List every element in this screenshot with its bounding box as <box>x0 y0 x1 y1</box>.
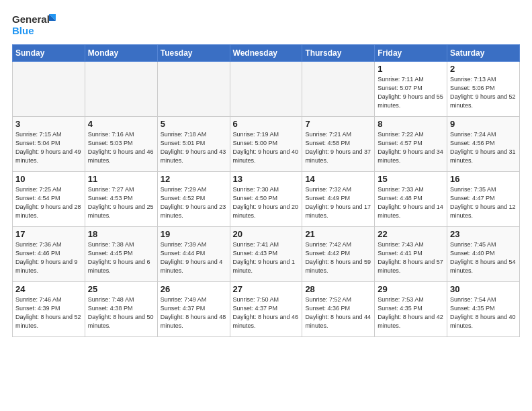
day-info: Sunrise: 7:48 AM Sunset: 4:38 PM Dayligh… <box>88 295 154 330</box>
svg-text:Blue: Blue <box>12 25 34 36</box>
calendar-cell: 7Sunrise: 7:21 AM Sunset: 4:58 PM Daylig… <box>302 117 375 172</box>
day-number: 9 <box>450 119 517 129</box>
day-info: Sunrise: 7:25 AM Sunset: 4:54 PM Dayligh… <box>15 185 82 220</box>
calendar-cell: 4Sunrise: 7:16 AM Sunset: 5:03 PM Daylig… <box>85 117 157 172</box>
calendar-cell: 27Sunrise: 7:50 AM Sunset: 4:37 PM Dayli… <box>230 282 302 337</box>
day-number: 19 <box>161 229 227 239</box>
calendar-cell: 15Sunrise: 7:33 AM Sunset: 4:48 PM Dayli… <box>375 172 447 227</box>
calendar-cell: 11Sunrise: 7:27 AM Sunset: 4:53 PM Dayli… <box>85 172 157 227</box>
calendar-header-thursday: Thursday <box>302 45 375 62</box>
calendar-cell: 16Sunrise: 7:35 AM Sunset: 4:47 PM Dayli… <box>447 172 520 227</box>
calendar-header-sunday: Sunday <box>13 45 85 62</box>
calendar-header-tuesday: Tuesday <box>157 45 230 62</box>
calendar-week-5: 24Sunrise: 7:46 AM Sunset: 4:39 PM Dayli… <box>13 282 520 337</box>
day-number: 5 <box>161 119 227 129</box>
day-number: 15 <box>378 174 444 184</box>
calendar-cell: 21Sunrise: 7:42 AM Sunset: 4:42 PM Dayli… <box>302 227 375 282</box>
day-info: Sunrise: 7:29 AM Sunset: 4:52 PM Dayligh… <box>161 185 227 220</box>
day-info: Sunrise: 7:30 AM Sunset: 4:50 PM Dayligh… <box>233 185 300 220</box>
day-info: Sunrise: 7:41 AM Sunset: 4:43 PM Dayligh… <box>233 240 300 275</box>
calendar-cell: 14Sunrise: 7:32 AM Sunset: 4:49 PM Dayli… <box>302 172 375 227</box>
calendar-cell: 29Sunrise: 7:53 AM Sunset: 4:35 PM Dayli… <box>375 282 447 337</box>
day-number: 30 <box>450 284 517 294</box>
day-info: Sunrise: 7:27 AM Sunset: 4:53 PM Dayligh… <box>88 185 154 220</box>
calendar-week-1: 1Sunrise: 7:11 AM Sunset: 5:07 PM Daylig… <box>13 62 520 117</box>
calendar-cell: 24Sunrise: 7:46 AM Sunset: 4:39 PM Dayli… <box>13 282 85 337</box>
logo-svg: GeneralBlue <box>12 11 59 39</box>
calendar-week-2: 3Sunrise: 7:15 AM Sunset: 5:04 PM Daylig… <box>13 117 520 172</box>
calendar-cell: 8Sunrise: 7:22 AM Sunset: 4:57 PM Daylig… <box>375 117 447 172</box>
day-info: Sunrise: 7:33 AM Sunset: 4:48 PM Dayligh… <box>378 185 444 220</box>
day-number: 17 <box>15 229 82 239</box>
day-number: 21 <box>305 229 371 239</box>
day-number: 18 <box>88 229 154 239</box>
calendar-cell: 28Sunrise: 7:52 AM Sunset: 4:36 PM Dayli… <box>302 282 375 337</box>
calendar-cell: 20Sunrise: 7:41 AM Sunset: 4:43 PM Dayli… <box>230 227 302 282</box>
day-number: 23 <box>450 229 517 239</box>
day-number: 2 <box>450 64 517 74</box>
calendar-cell: 10Sunrise: 7:25 AM Sunset: 4:54 PM Dayli… <box>13 172 85 227</box>
calendar-cell <box>302 62 375 117</box>
calendar-header-saturday: Saturday <box>447 45 520 62</box>
day-info: Sunrise: 7:13 AM Sunset: 5:06 PM Dayligh… <box>450 75 517 110</box>
calendar-cell: 22Sunrise: 7:43 AM Sunset: 4:41 PM Dayli… <box>375 227 447 282</box>
day-info: Sunrise: 7:54 AM Sunset: 4:35 PM Dayligh… <box>450 295 517 330</box>
calendar-cell: 2Sunrise: 7:13 AM Sunset: 5:06 PM Daylig… <box>447 62 520 117</box>
day-number: 11 <box>88 174 154 184</box>
calendar-cell: 9Sunrise: 7:24 AM Sunset: 4:56 PM Daylig… <box>447 117 520 172</box>
day-info: Sunrise: 7:21 AM Sunset: 4:58 PM Dayligh… <box>305 130 371 165</box>
day-number: 26 <box>161 284 227 294</box>
day-info: Sunrise: 7:11 AM Sunset: 5:07 PM Dayligh… <box>378 75 444 110</box>
day-info: Sunrise: 7:38 AM Sunset: 4:45 PM Dayligh… <box>88 240 154 275</box>
day-info: Sunrise: 7:35 AM Sunset: 4:47 PM Dayligh… <box>450 185 517 220</box>
day-number: 24 <box>15 284 82 294</box>
day-info: Sunrise: 7:18 AM Sunset: 5:01 PM Dayligh… <box>161 130 227 165</box>
logo: GeneralBlue <box>12 11 59 39</box>
day-number: 6 <box>233 119 300 129</box>
day-number: 14 <box>305 174 371 184</box>
day-info: Sunrise: 7:45 AM Sunset: 4:40 PM Dayligh… <box>450 240 517 275</box>
calendar-cell: 5Sunrise: 7:18 AM Sunset: 5:01 PM Daylig… <box>157 117 230 172</box>
day-number: 29 <box>378 284 444 294</box>
calendar-header-wednesday: Wednesday <box>230 45 302 62</box>
calendar-cell: 30Sunrise: 7:54 AM Sunset: 4:35 PM Dayli… <box>447 282 520 337</box>
day-number: 22 <box>378 229 444 239</box>
day-info: Sunrise: 7:19 AM Sunset: 5:00 PM Dayligh… <box>233 130 300 165</box>
day-info: Sunrise: 7:42 AM Sunset: 4:42 PM Dayligh… <box>305 240 371 275</box>
calendar-cell <box>85 62 157 117</box>
day-info: Sunrise: 7:16 AM Sunset: 5:03 PM Dayligh… <box>88 130 154 165</box>
calendar-cell: 19Sunrise: 7:39 AM Sunset: 4:44 PM Dayli… <box>157 227 230 282</box>
day-info: Sunrise: 7:39 AM Sunset: 4:44 PM Dayligh… <box>161 240 227 275</box>
calendar-cell <box>230 62 302 117</box>
day-number: 10 <box>15 174 82 184</box>
calendar-cell: 26Sunrise: 7:49 AM Sunset: 4:37 PM Dayli… <box>157 282 230 337</box>
day-info: Sunrise: 7:15 AM Sunset: 5:04 PM Dayligh… <box>15 130 82 165</box>
calendar-cell: 17Sunrise: 7:36 AM Sunset: 4:46 PM Dayli… <box>13 227 85 282</box>
day-number: 12 <box>161 174 227 184</box>
day-number: 3 <box>15 119 82 129</box>
day-info: Sunrise: 7:49 AM Sunset: 4:37 PM Dayligh… <box>161 295 227 330</box>
calendar-week-3: 10Sunrise: 7:25 AM Sunset: 4:54 PM Dayli… <box>13 172 520 227</box>
calendar-cell <box>13 62 85 117</box>
calendar-cell: 18Sunrise: 7:38 AM Sunset: 4:45 PM Dayli… <box>85 227 157 282</box>
day-number: 25 <box>88 284 154 294</box>
calendar-header-friday: Friday <box>375 45 447 62</box>
day-number: 13 <box>233 174 300 184</box>
day-info: Sunrise: 7:52 AM Sunset: 4:36 PM Dayligh… <box>305 295 371 330</box>
day-number: 27 <box>233 284 300 294</box>
day-number: 7 <box>305 119 371 129</box>
header: GeneralBlue <box>12 11 520 39</box>
day-info: Sunrise: 7:53 AM Sunset: 4:35 PM Dayligh… <box>378 295 444 330</box>
calendar-header-monday: Monday <box>85 45 157 62</box>
day-info: Sunrise: 7:22 AM Sunset: 4:57 PM Dayligh… <box>378 130 444 165</box>
day-info: Sunrise: 7:46 AM Sunset: 4:39 PM Dayligh… <box>15 295 82 330</box>
calendar-cell: 6Sunrise: 7:19 AM Sunset: 5:00 PM Daylig… <box>230 117 302 172</box>
page: GeneralBlue SundayMondayTuesdayWednesday… <box>0 0 532 411</box>
day-number: 4 <box>88 119 154 129</box>
day-number: 8 <box>378 119 444 129</box>
day-info: Sunrise: 7:43 AM Sunset: 4:41 PM Dayligh… <box>378 240 444 275</box>
day-info: Sunrise: 7:32 AM Sunset: 4:49 PM Dayligh… <box>305 185 371 220</box>
calendar-table: SundayMondayTuesdayWednesdayThursdayFrid… <box>12 44 520 337</box>
svg-text:General: General <box>12 13 50 25</box>
calendar-cell: 25Sunrise: 7:48 AM Sunset: 4:38 PM Dayli… <box>85 282 157 337</box>
